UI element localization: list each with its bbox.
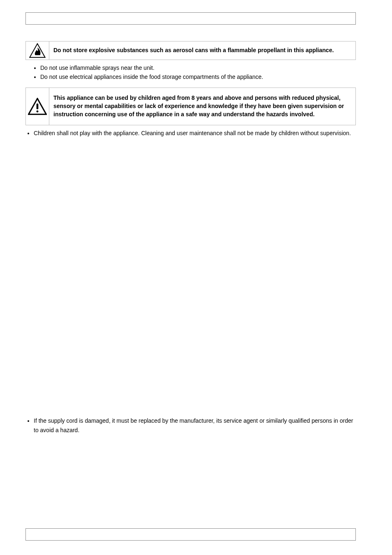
bullet-list-2: Children shall not play with the applian… <box>34 129 356 138</box>
svg-marker-0 <box>30 44 45 57</box>
footer-rule <box>25 528 356 541</box>
callout-text: This appliance can be used by children a… <box>49 88 355 125</box>
spacer <box>25 143 356 415</box>
callout-icon-cell <box>26 88 49 125</box>
fire-warning-icon <box>29 43 46 58</box>
callout-children: This appliance can be used by children a… <box>25 88 356 125</box>
content-area: Do not store explosive substances such a… <box>25 41 356 440</box>
warning-icon <box>28 98 47 115</box>
bullet-list-1: Do not use inflammable sprays near the u… <box>40 63 356 82</box>
page: Do not store explosive substances such a… <box>0 0 392 555</box>
list-item: Do not use inflammable sprays near the u… <box>40 63 356 72</box>
svg-point-3 <box>37 111 39 113</box>
callout-icon-cell <box>26 41 49 60</box>
bullet-list-3: If the supply cord is damaged, it must b… <box>34 416 356 435</box>
callout-flammable: Do not store explosive substances such a… <box>25 41 356 60</box>
list-item: If the supply cord is damaged, it must b… <box>34 416 356 435</box>
header-rule <box>25 12 356 25</box>
list-item: Do not use electrical appliances inside … <box>40 72 356 81</box>
callout-text: Do not store explosive substances such a… <box>49 41 355 60</box>
list-item: Children shall not play with the applian… <box>34 129 356 138</box>
svg-rect-2 <box>37 104 39 109</box>
